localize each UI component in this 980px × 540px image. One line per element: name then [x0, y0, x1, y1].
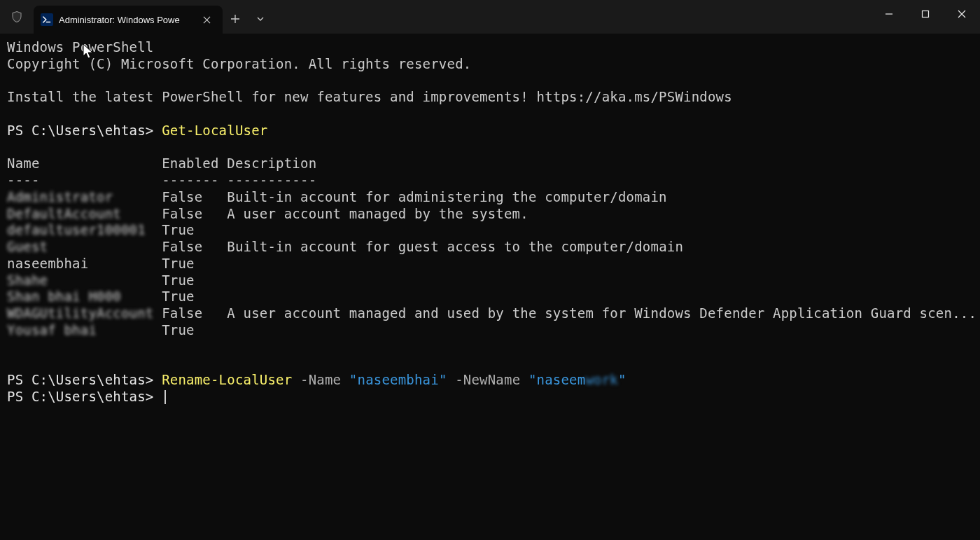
tab-powershell[interactable]: Administrator: Windows Powe	[34, 6, 223, 34]
new-tab-button[interactable]	[223, 6, 248, 32]
powershell-icon	[41, 13, 53, 26]
table-row: Yousaf bhai True	[7, 322, 973, 339]
prompt-line: PS C:\Users\ehtas>	[7, 389, 973, 406]
cursor-icon	[164, 390, 166, 404]
maximize-button[interactable]	[907, 0, 944, 28]
close-button[interactable]	[944, 0, 980, 28]
table-row: Shahe True	[7, 272, 973, 289]
window-controls	[871, 0, 980, 28]
newname-value: "naseemwork"	[528, 372, 626, 387]
table-row: Administrator False Built-in account for…	[7, 189, 973, 206]
banner-line: Windows PowerShell	[7, 39, 973, 56]
command-line: PS C:\Users\ehtas> Rename-LocalUser -Nam…	[7, 372, 973, 389]
terminal-body[interactable]: Windows PowerShell Copyright (C) Microso…	[0, 34, 980, 411]
table-divider: ---- ------- -----------	[7, 172, 973, 189]
command-line: PS C:\Users\ehtas> Get-LocalUser	[7, 123, 973, 139]
banner-line: Copyright (C) Microsoft Corporation. All…	[7, 56, 973, 73]
table-row: WDAGUtilityAccount False A user account …	[7, 305, 973, 322]
svg-rect-0	[923, 11, 929, 18]
table-row: Guest False Built-in account for guest a…	[7, 239, 973, 256]
tab-close-button[interactable]	[199, 12, 214, 27]
shield-icon	[10, 11, 23, 23]
install-hint: Install the latest PowerShell for new fe…	[7, 89, 973, 106]
tab-title: Administrator: Windows Powe	[59, 15, 180, 25]
table-row: DefaultAccount False A user account mana…	[7, 206, 973, 223]
titlebar[interactable]: Administrator: Windows Powe	[0, 0, 980, 34]
shield-icon-wrap	[0, 0, 34, 34]
tab-dropdown-button[interactable]	[248, 6, 273, 32]
table-row: Shan bhai H000 True	[7, 289, 973, 305]
table-row: naseembhai True	[7, 256, 973, 272]
table-header: Name Enabled Description	[7, 155, 973, 172]
table-row: defaultuser100001 True	[7, 222, 973, 239]
minimize-button[interactable]	[871, 0, 907, 28]
